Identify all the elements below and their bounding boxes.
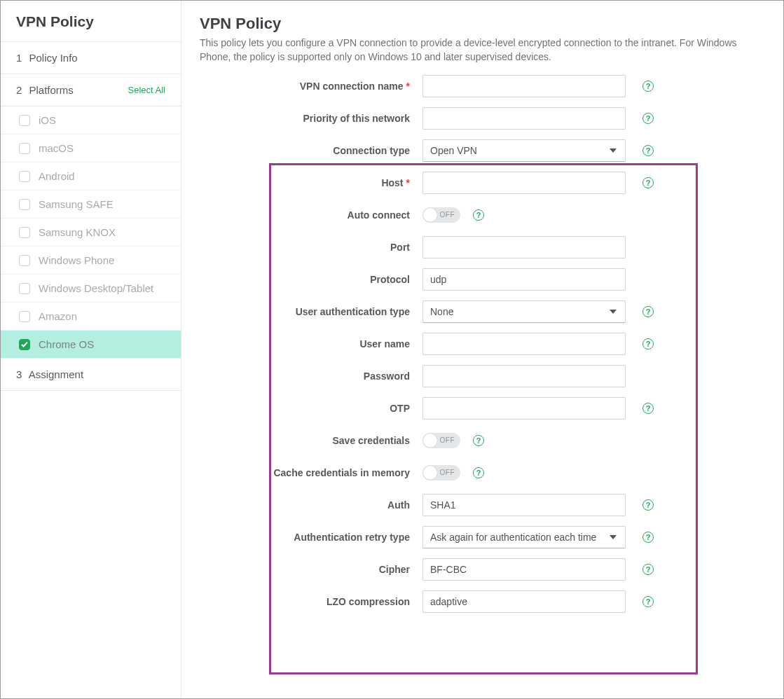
auth-retry-select[interactable]: Ask again for authentication each time — [422, 526, 626, 548]
field-auto-connect: Auto connect OFF ? — [200, 203, 765, 227]
sidebar-item-macos[interactable]: macOS — [1, 134, 181, 162]
help-icon[interactable]: ? — [642, 564, 654, 575]
toggle-knob — [423, 466, 437, 480]
checkbox-icon[interactable] — [19, 199, 30, 210]
vpn-connection-name-input[interactable] — [422, 75, 626, 97]
step-label: 1 Policy Info — [16, 52, 78, 64]
select-all-link[interactable]: Select All — [128, 85, 165, 95]
help-icon[interactable]: ? — [642, 499, 654, 511]
otp-input[interactable] — [422, 397, 626, 420]
checkbox-icon[interactable] — [19, 255, 30, 266]
lzo-input[interactable] — [422, 590, 626, 613]
field-auth: Auth ? — [200, 493, 765, 517]
sidebar-item-label: Amazon — [39, 310, 77, 322]
checkbox-icon[interactable] — [19, 339, 30, 350]
help-icon[interactable]: ? — [642, 338, 654, 350]
help-icon[interactable]: ? — [642, 113, 654, 124]
field-label: Priority of this network — [200, 113, 410, 124]
field-user-name: User name ? — [200, 332, 765, 356]
help-icon[interactable]: ? — [642, 145, 654, 156]
field-label: Authentication retry type — [200, 532, 410, 543]
field-user-auth-type: User authentication type None ? — [200, 300, 765, 324]
sidebar-item-label: Android — [39, 170, 75, 182]
field-label: Save credentials — [200, 435, 410, 446]
field-host: Host* ? — [200, 171, 765, 195]
help-icon[interactable]: ? — [642, 81, 654, 92]
cipher-input[interactable] — [422, 558, 626, 581]
cache-credentials-toggle[interactable]: OFF — [422, 465, 460, 480]
help-icon[interactable]: ? — [473, 467, 484, 478]
chevron-down-icon — [610, 535, 617, 539]
password-input[interactable] — [422, 365, 626, 387]
select-value: Ask again for authentication each time — [430, 532, 596, 543]
field-port: Port — [200, 235, 765, 259]
sidebar-step-assignment[interactable]: 3 Assignment — [1, 359, 181, 391]
field-label: Auto connect — [200, 209, 410, 221]
sidebar-item-samsung-knox[interactable]: Samsung KNOX — [1, 219, 181, 247]
sidebar-item-label: Samsung SAFE — [39, 198, 114, 210]
auth-input[interactable] — [422, 494, 626, 516]
sidebar-step-policy-info[interactable]: 1 Policy Info — [1, 42, 181, 74]
sidebar-item-ios[interactable]: iOS — [1, 106, 181, 134]
field-label: User authentication type — [200, 306, 410, 317]
step-number: 3 — [16, 368, 22, 380]
auto-connect-toggle[interactable]: OFF — [422, 207, 460, 223]
sidebar-item-samsung-safe[interactable]: Samsung SAFE — [1, 191, 181, 219]
sidebar-item-windows-desktop[interactable]: Windows Desktop/Tablet — [1, 275, 181, 303]
step-number: 1 — [16, 52, 22, 64]
chevron-down-icon — [610, 310, 617, 314]
sidebar: VPN Policy 1 Policy Info 2 Platforms Sel… — [1, 1, 181, 698]
sidebar-item-label: iOS — [39, 114, 56, 126]
priority-input[interactable] — [422, 107, 626, 130]
save-credentials-toggle[interactable]: OFF — [422, 433, 460, 448]
checkbox-icon[interactable] — [19, 171, 30, 182]
checkbox-icon[interactable] — [19, 283, 30, 294]
connection-type-select[interactable]: Open VPN — [422, 139, 626, 162]
help-icon[interactable]: ? — [642, 403, 654, 414]
field-vpn-connection-name: VPN connection name* ? — [200, 74, 765, 98]
main-panel: VPN Policy This policy lets you configur… — [181, 1, 783, 698]
protocol-input[interactable] — [422, 268, 626, 291]
sidebar-item-label: Windows Desktop/Tablet — [39, 282, 153, 294]
user-name-input[interactable] — [422, 333, 626, 355]
checkbox-icon[interactable] — [19, 115, 30, 126]
field-label: Host* — [200, 177, 410, 188]
step-label: 2 Platforms — [16, 84, 74, 96]
field-password: Password — [200, 364, 765, 388]
help-icon[interactable]: ? — [642, 306, 654, 317]
step-label: 3 Assignment — [16, 368, 83, 380]
field-label: Auth — [200, 499, 410, 511]
sidebar-item-chrome-os[interactable]: Chrome OS — [1, 331, 181, 359]
host-input[interactable] — [422, 172, 626, 194]
sidebar-title: VPN Policy — [1, 1, 181, 42]
help-icon[interactable]: ? — [473, 209, 484, 221]
page-description: This policy lets you configure a VPN con… — [200, 36, 764, 64]
field-label: Cache credentials in memory — [200, 467, 410, 478]
field-label: User name — [200, 338, 410, 350]
field-priority: Priority of this network ? — [200, 106, 765, 130]
sidebar-item-label: Windows Phone — [39, 254, 114, 266]
checkbox-icon[interactable] — [19, 227, 30, 238]
field-label: OTP — [200, 403, 410, 414]
checkbox-icon[interactable] — [19, 143, 30, 154]
user-auth-type-select[interactable]: None — [422, 300, 626, 323]
help-icon[interactable]: ? — [473, 435, 484, 446]
help-icon[interactable]: ? — [642, 596, 654, 607]
field-protocol: Protocol — [200, 268, 765, 291]
sidebar-item-amazon[interactable]: Amazon — [1, 303, 181, 331]
field-label: VPN connection name* — [200, 81, 410, 92]
port-input[interactable] — [422, 236, 626, 258]
sidebar-step-platforms[interactable]: 2 Platforms Select All — [1, 74, 181, 106]
sidebar-item-windows-phone[interactable]: Windows Phone — [1, 247, 181, 275]
help-icon[interactable]: ? — [642, 532, 654, 543]
app-frame: VPN Policy 1 Policy Info 2 Platforms Sel… — [0, 0, 784, 699]
chevron-down-icon — [610, 148, 617, 153]
checkbox-icon[interactable] — [19, 311, 30, 322]
help-icon[interactable]: ? — [642, 177, 654, 188]
required-marker: * — [406, 177, 410, 188]
sidebar-item-label: macOS — [39, 142, 74, 154]
page-title: VPN Policy — [200, 15, 765, 33]
sidebar-item-android[interactable]: Android — [1, 162, 181, 191]
toggle-state: OFF — [440, 469, 455, 476]
field-label: Password — [200, 371, 410, 382]
